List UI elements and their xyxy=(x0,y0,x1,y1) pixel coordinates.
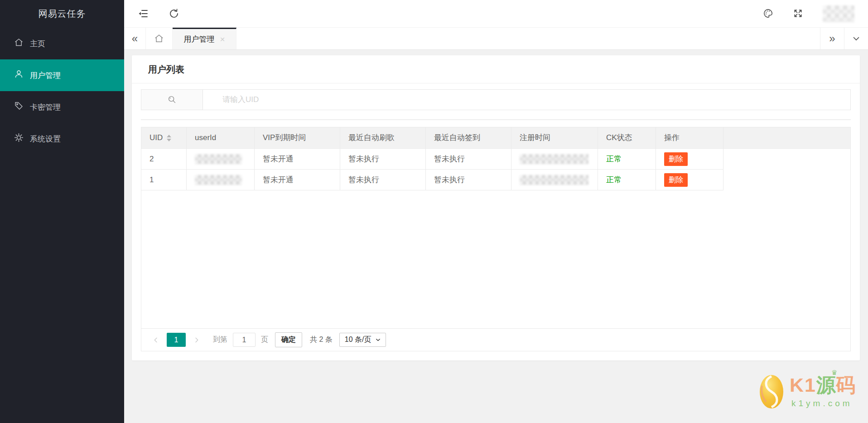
tab-home[interactable] xyxy=(146,28,173,49)
watermark-domain: k1ym.com xyxy=(790,399,855,408)
palette-icon[interactable] xyxy=(763,8,774,19)
ck-status-badge: 正常 xyxy=(598,170,656,190)
cell-last-sign: 暂未执行 xyxy=(426,170,511,190)
home-icon xyxy=(154,34,164,44)
close-icon[interactable]: × xyxy=(220,35,225,44)
chevron-down-icon xyxy=(851,34,861,44)
gear-icon xyxy=(14,133,30,145)
main-area: « 用户管理 × » 用户列表 xyxy=(124,0,868,423)
sidebar-menu: 主页 用户管理 卡密管理 系统设置 xyxy=(0,28,124,155)
tag-icon xyxy=(14,101,30,113)
current-page-button[interactable]: 1 xyxy=(167,333,186,347)
column-header-last-song: 最近自动刷歌 xyxy=(340,127,426,148)
page-title: 用户列表 xyxy=(132,55,860,83)
redacted-register-time xyxy=(520,154,588,164)
cell-last-song: 暂未执行 xyxy=(340,170,426,190)
sidebar: 网易云任务 主页 用户管理 卡密管理 系统设置 xyxy=(0,0,124,423)
user-table: UID userId VIP到期时间 最近自动刷歌 最近自动签到 注册时间 CK… xyxy=(141,127,851,351)
tabbar-spacer xyxy=(236,28,820,49)
watermark-title: ♛K1源码 xyxy=(790,375,855,395)
cell-actions: 删除 xyxy=(656,149,723,170)
k1ym-logo-icon xyxy=(759,374,784,409)
tabs-scroll-left-icon[interactable]: « xyxy=(124,28,146,49)
app-window: 网易云任务 主页 用户管理 卡密管理 系统设置 xyxy=(0,0,868,423)
cell-vip-expire: 暂未开通 xyxy=(255,170,340,190)
refresh-icon[interactable] xyxy=(169,8,179,19)
page-size-value: 10 条/页 xyxy=(345,335,371,345)
cell-userid xyxy=(187,149,255,170)
goto-page-input[interactable] xyxy=(233,333,256,347)
search-icon-segment xyxy=(141,90,203,110)
user-list-card: 用户列表 UID xyxy=(132,55,860,360)
next-page-icon[interactable] xyxy=(193,336,200,344)
watermark-yuan: 源 xyxy=(816,374,836,396)
column-header-register-time: 注册时间 xyxy=(511,127,598,148)
sidebar-item-cards[interactable]: 卡密管理 xyxy=(0,91,124,123)
prev-page-icon[interactable] xyxy=(152,336,159,344)
confirm-page-button[interactable]: 确定 xyxy=(275,332,302,347)
cell-empty xyxy=(723,149,850,170)
sidebar-item-label: 主页 xyxy=(30,39,45,49)
cell-uid: 2 xyxy=(141,149,187,170)
sort-icon[interactable] xyxy=(167,132,171,144)
tabs-dropdown-icon[interactable] xyxy=(844,28,868,49)
page-size-select[interactable]: 10 条/页 xyxy=(339,333,386,347)
goto-page-label: 到第 xyxy=(213,335,227,345)
crown-icon: ♛ xyxy=(831,369,837,376)
content-area: 用户列表 UID xyxy=(124,50,868,423)
cell-uid: 1 xyxy=(141,170,187,190)
fullscreen-icon[interactable] xyxy=(793,8,804,19)
table-row: 2 暂未开通 暂未执行 暂未执行 正常 删除 xyxy=(141,149,850,170)
total-count-label: 共 2 条 xyxy=(310,335,333,345)
tab-user-management[interactable]: 用户管理 × xyxy=(173,28,236,49)
watermark-text: ♛K1源码 k1ym.com xyxy=(790,375,855,408)
search-box xyxy=(141,89,851,110)
site-watermark: ♛K1源码 k1ym.com xyxy=(759,374,855,409)
cell-register-time xyxy=(511,149,598,170)
redacted-userid xyxy=(195,175,242,185)
sidebar-item-home[interactable]: 主页 xyxy=(0,28,124,59)
column-header-last-sign: 最近自动签到 xyxy=(426,127,511,148)
cell-last-song: 暂未执行 xyxy=(340,149,426,170)
column-header-userid: userId xyxy=(187,127,255,148)
table-empty-space xyxy=(141,190,850,328)
cell-last-sign: 暂未执行 xyxy=(426,149,511,170)
tabbar: « 用户管理 × » xyxy=(124,28,868,50)
watermark-ma: 码 xyxy=(836,374,855,396)
delete-button[interactable]: 删除 xyxy=(664,152,688,166)
table-header-row: UID userId VIP到期时间 最近自动刷歌 最近自动签到 注册时间 CK… xyxy=(141,127,850,149)
watermark-k1: K1 xyxy=(790,374,816,396)
ck-status-badge: 正常 xyxy=(598,149,656,170)
collapse-menu-icon[interactable] xyxy=(138,8,149,19)
cell-actions: 删除 xyxy=(656,170,723,190)
home-icon xyxy=(14,38,30,49)
table-row: 1 暂未开通 暂未执行 暂未执行 正常 删除 xyxy=(141,170,850,190)
cell-userid xyxy=(187,170,255,190)
chevron-down-icon xyxy=(375,336,381,343)
tab-label: 用户管理 xyxy=(183,34,214,44)
column-header-ck-status: CK状态 xyxy=(598,127,656,148)
cell-register-time xyxy=(511,170,598,190)
divider xyxy=(141,119,851,120)
sidebar-item-settings[interactable]: 系统设置 xyxy=(0,123,124,155)
sidebar-item-label: 卡密管理 xyxy=(30,102,61,112)
tabs-scroll-right-icon[interactable]: » xyxy=(820,28,844,49)
column-header-uid[interactable]: UID xyxy=(141,127,187,148)
cell-vip-expire: 暂未开通 xyxy=(255,149,340,170)
search-input[interactable] xyxy=(203,90,850,110)
page-unit-label: 页 xyxy=(261,335,268,345)
column-header-actions: 操作 xyxy=(656,127,723,148)
redacted-register-time xyxy=(520,175,588,185)
delete-button[interactable]: 删除 xyxy=(664,173,688,187)
sidebar-item-label: 用户管理 xyxy=(30,70,61,81)
column-header-vip-expire: VIP到期时间 xyxy=(255,127,340,148)
redacted-userid xyxy=(195,154,242,164)
cell-empty xyxy=(723,170,850,190)
username-redacted[interactable] xyxy=(823,5,854,22)
search-icon xyxy=(167,95,177,105)
column-header-empty xyxy=(723,127,850,148)
sidebar-item-users[interactable]: 用户管理 xyxy=(0,59,124,91)
pagination-bar: 1 到第 页 确定 共 2 条 10 条/页 xyxy=(141,328,850,351)
sidebar-item-label: 系统设置 xyxy=(30,134,61,144)
user-icon xyxy=(14,69,30,81)
